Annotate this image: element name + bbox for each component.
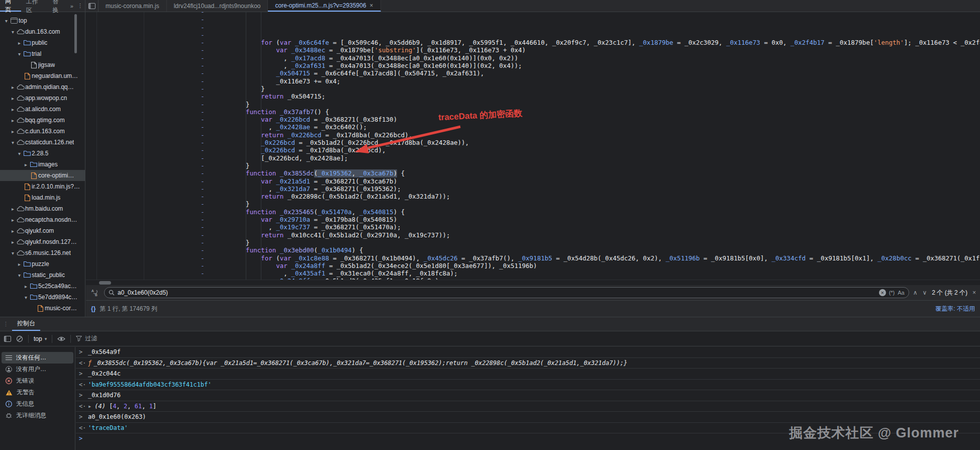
gutter-marker[interactable]: - xyxy=(198,193,208,200)
tree-item-bqq.gtimg.com[interactable]: ▸bqq.gtimg.com xyxy=(0,115,85,126)
tab-workspace[interactable]: 工作区 xyxy=(21,0,48,12)
chevron-down-icon[interactable]: ▾ xyxy=(10,140,16,145)
gutter-marker[interactable]: - xyxy=(198,223,208,231)
tree-scrollbar[interactable] xyxy=(74,14,77,53)
chevron-right-icon[interactable]: ▸ xyxy=(10,84,16,90)
gutter-marker[interactable]: - xyxy=(198,200,208,208)
close-icon[interactable]: × xyxy=(370,2,373,9)
file-tab[interactable]: core-optimi.m25...n.js?v=2935906× xyxy=(268,0,380,12)
tree-item-c.dun.163.com[interactable]: ▸c.dun.163.com xyxy=(0,126,85,137)
gutter-marker[interactable]: - xyxy=(198,69,208,77)
tree-item-ir.2.0.10.min.js-[interactable]: ir.2.0.10.min.js?… xyxy=(0,181,85,192)
console-filter-verbose[interactable]: 无详细消息 xyxy=(2,410,73,421)
hscrollbar-thumb[interactable] xyxy=(99,281,111,285)
gutter-marker[interactable]: - xyxy=(198,131,208,139)
tree-item-core-optimi-[interactable]: core-optimi… xyxy=(0,170,85,181)
tree-item-admin.qidian.qq-[interactable]: ▸admin.qidian.qq… xyxy=(0,81,85,93)
chevron-right-icon[interactable]: ▸ xyxy=(10,228,16,234)
gutter-marker[interactable]: - xyxy=(198,12,208,16)
chevron-right-icon[interactable]: ▸ xyxy=(23,162,29,167)
gutter-marker[interactable]: - xyxy=(198,77,208,85)
tree-item-dun.163.com[interactable]: ▾dun.163.com xyxy=(0,26,85,37)
gutter-marker[interactable]: - xyxy=(198,39,208,46)
chevron-right-icon[interactable]: ▸ xyxy=(10,107,16,112)
tree-item-music-cor-[interactable]: music-cor… xyxy=(0,303,85,314)
gutter-marker[interactable]: - xyxy=(198,24,208,31)
search-next-icon[interactable]: ∨ xyxy=(923,289,927,296)
gutter-marker[interactable]: - xyxy=(198,185,208,193)
gutter-marker[interactable]: - xyxy=(198,177,208,185)
gutter-marker[interactable]: - xyxy=(198,208,208,216)
tree-item-at.alicdn.com[interactable]: ▸at.alicdn.com xyxy=(0,104,85,115)
gutter-marker[interactable]: - xyxy=(198,269,208,277)
gutter-marker[interactable]: - xyxy=(198,93,208,100)
match-case-toggle[interactable]: Aa xyxy=(898,290,904,296)
coverage-status[interactable]: 覆盖率: 不适用 xyxy=(935,305,975,313)
gutter-marker[interactable]: - xyxy=(198,146,208,154)
tab-overrides[interactable]: 替换 xyxy=(47,0,68,12)
navigator-toggle-button[interactable] xyxy=(85,0,99,12)
search-input[interactable] xyxy=(118,289,876,296)
console-filter-error[interactable]: 无错误 xyxy=(2,375,73,387)
gutter-marker[interactable]: - xyxy=(198,169,208,177)
gutter-marker[interactable]: - xyxy=(198,162,208,169)
tab-page[interactable]: 网页 xyxy=(0,0,21,12)
tree-item-s6.music.126.net[interactable]: ▾s6.music.126.net xyxy=(0,247,85,258)
tree-item-qiyukf.com[interactable]: ▸qiyukf.com xyxy=(0,225,85,236)
tree-item-images[interactable]: ▸images xyxy=(0,159,85,170)
console-filter-warning[interactable]: 无警告 xyxy=(2,387,73,398)
tree-item-trial[interactable]: ▾trial xyxy=(0,48,85,59)
pretty-print-toggle[interactable]: {} xyxy=(91,305,95,312)
search-field[interactable]: × (*) Aa xyxy=(104,287,909,298)
chevron-right-icon[interactable]: ▸ xyxy=(23,284,29,289)
chevron-down-icon[interactable]: ▾ xyxy=(16,151,23,156)
chevron-right-icon[interactable]: ▸ xyxy=(10,217,16,223)
live-expression-eye-icon[interactable] xyxy=(57,336,65,342)
chevron-down-icon[interactable]: ▾ xyxy=(23,295,29,300)
tree-item-jigsaw[interactable]: jigsaw xyxy=(0,59,85,70)
context-selector[interactable]: top▾ xyxy=(34,335,47,342)
gutter-marker[interactable]: - xyxy=(198,154,208,162)
tree-item-top[interactable]: ▾top xyxy=(0,15,85,26)
tree-item-public[interactable]: ▸public xyxy=(0,37,85,48)
gutter-marker[interactable]: - xyxy=(198,262,208,269)
regex-toggle[interactable]: (*) xyxy=(889,290,895,296)
chevron-right-icon[interactable]: ▸ xyxy=(10,96,16,101)
tree-item-5e7dd9894c-[interactable]: ▾5e7dd9894c… xyxy=(0,292,85,303)
gutter-marker[interactable]: - xyxy=(198,16,208,23)
gutter-marker[interactable]: - xyxy=(198,101,208,108)
gutter-marker[interactable]: - xyxy=(198,54,208,62)
console-filter[interactable]: 过滤 xyxy=(76,334,97,343)
search-close-icon[interactable]: × xyxy=(972,289,976,296)
expand-triangle-icon[interactable]: ▸ xyxy=(88,401,94,411)
chevron-down-icon[interactable]: ▾ xyxy=(16,273,23,278)
gutter-marker[interactable]: - xyxy=(198,123,208,131)
gutter-marker[interactable]: - xyxy=(198,239,208,246)
file-tab[interactable]: music-corona.min.js xyxy=(99,0,167,12)
chevron-right-icon[interactable]: ▸ xyxy=(10,129,16,134)
tree-item-5c25ca49ac-[interactable]: ▸5c25ca49ac… xyxy=(0,281,85,292)
tree-item-neguardian.um-[interactable]: neguardian.um… xyxy=(0,70,85,81)
chevron-down-icon[interactable]: ▾ xyxy=(10,29,16,35)
chevron-down-icon[interactable]: ▾ xyxy=(10,250,16,256)
clear-console-icon[interactable] xyxy=(16,335,23,342)
gutter-marker[interactable]: - xyxy=(198,62,208,69)
gutter-marker[interactable]: - xyxy=(198,254,208,262)
chevron-right-icon[interactable]: ▸ xyxy=(16,40,23,46)
tree-item-necaptcha.nosdn-[interactable]: ▸necaptcha.nosdn… xyxy=(0,214,85,225)
console-filter-info[interactable]: 无信息 xyxy=(2,398,73,410)
replace-toggle-button[interactable]: A B xyxy=(90,288,100,298)
gutter-marker[interactable]: - xyxy=(198,231,208,239)
drawer-handle-icon[interactable]: ⋮ xyxy=(0,321,12,327)
console-filter-list[interactable]: 没有任何… xyxy=(2,352,73,364)
chevron-right-icon[interactable]: ▸ xyxy=(16,261,23,267)
tree-item-2.28.5[interactable]: ▾2.28.5 xyxy=(0,148,85,159)
console-filter-user[interactable]: 没有用户… xyxy=(2,364,73,375)
tree-item-app.wowpop.cn[interactable]: ▸app.wowpop.cn xyxy=(0,93,85,104)
tree-item-cstaticdun.126.net[interactable]: ▾cstaticdun.126.net xyxy=(0,137,85,148)
search-prev-icon[interactable]: ∧ xyxy=(913,289,918,296)
chevron-right-icon[interactable]: ▸ xyxy=(10,206,16,212)
tree-item-static-public[interactable]: ▾static_public xyxy=(0,269,85,281)
gutter-marker[interactable]: - xyxy=(198,46,208,54)
gutter-marker[interactable]: - xyxy=(198,216,208,223)
